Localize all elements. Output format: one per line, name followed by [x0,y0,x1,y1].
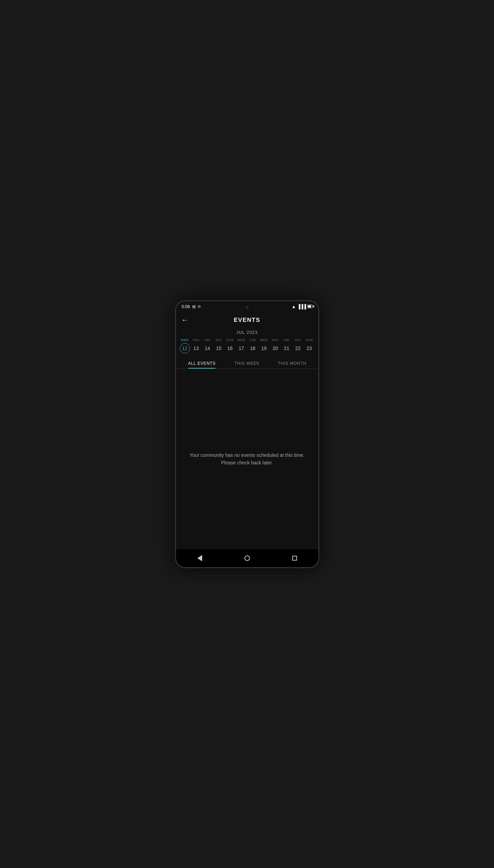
app-header: ← EVENTS [176,312,318,328]
nav-bar [176,549,318,567]
day-number: 18 [248,343,258,353]
day-number: 23 [304,343,314,353]
day-name: TUE [249,338,256,342]
day-number: 17 [236,343,246,353]
nav-home-button[interactable] [240,551,254,565]
month-label: JUL 2023 [176,328,318,338]
app-content: ← EVENTS JUL 2023 WED12THU13FRI14SAT15SU… [176,312,318,549]
day-number: 20 [270,343,281,353]
device-frame: 3:06 ▤ ⊝ ▲ ▐▐▐ ← EVENTS JUL 2023 WED12TH… [175,300,319,568]
day-number: 13 [191,343,201,353]
day-number: 16 [225,343,235,353]
main-content: Your community has no events scheduled a… [176,369,318,549]
day-name: WED [181,338,189,342]
data-icon: ⊝ [198,304,201,309]
day-name: WED [260,338,268,342]
back-triangle-icon [197,555,202,561]
calendar-day-15[interactable]: SAT15 [213,338,224,353]
calendar-day-16[interactable]: SUN16 [224,338,235,353]
empty-message: Your community has no events scheduled a… [186,451,308,467]
tab-bar: ALL EVENTSTHIS WEEKTHIS MONTH [176,358,318,369]
nav-recents-button[interactable] [288,551,301,565]
day-number: 12 [180,343,190,353]
calendar-day-23[interactable]: SUN23 [304,338,315,353]
day-name: SUN [306,338,313,342]
recents-square-icon [292,556,297,561]
calendar-day-13[interactable]: THU13 [190,338,201,353]
day-name: SAT [295,338,301,342]
tab-this-month[interactable]: THIS MONTH [270,358,315,369]
nav-back-button[interactable] [193,551,207,565]
day-number: 14 [202,343,212,353]
status-icons: ▲ ▐▐▐ [292,304,313,309]
home-circle-icon [244,555,250,561]
page-title: EVENTS [234,317,260,324]
tab-all-events[interactable]: ALL EVENTS [179,358,224,369]
day-name: THU [272,338,279,342]
sim-icon: ▤ [192,304,196,309]
day-name: SUN [227,338,234,342]
day-number: 21 [282,343,292,353]
status-time: 3:06 [182,304,190,309]
calendar-day-14[interactable]: FRI14 [202,338,213,353]
calendar-day-20[interactable]: THU20 [270,338,281,353]
day-name: SAT [216,338,222,342]
calendar-day-17[interactable]: MON17 [236,338,247,353]
tab-this-week[interactable]: THIS WEEK [224,358,270,369]
calendar-day-19[interactable]: WED19 [259,338,270,353]
day-name: THU [193,338,199,342]
day-name: MON [238,338,245,342]
day-number: 19 [259,343,269,353]
calendar-day-21[interactable]: FRI21 [281,338,292,353]
wifi-icon: ▲ [292,304,296,309]
calendar-day-18[interactable]: TUE18 [247,338,258,353]
day-number: 22 [293,343,303,353]
calendar-strip: WED12THU13FRI14SAT15SUN16MON17TUE18WED19… [176,338,318,358]
battery-icon [307,305,313,308]
camera [246,306,249,309]
day-name: FRI [284,338,289,342]
signal-icon: ▐▐▐ [297,304,306,309]
day-name: FRI [205,338,210,342]
status-left: 3:06 ▤ ⊝ [182,304,201,309]
calendar-day-22[interactable]: SAT22 [293,338,304,353]
day-number: 15 [213,343,224,353]
calendar-day-12[interactable]: WED12 [179,338,190,353]
back-button[interactable]: ← [182,316,188,324]
